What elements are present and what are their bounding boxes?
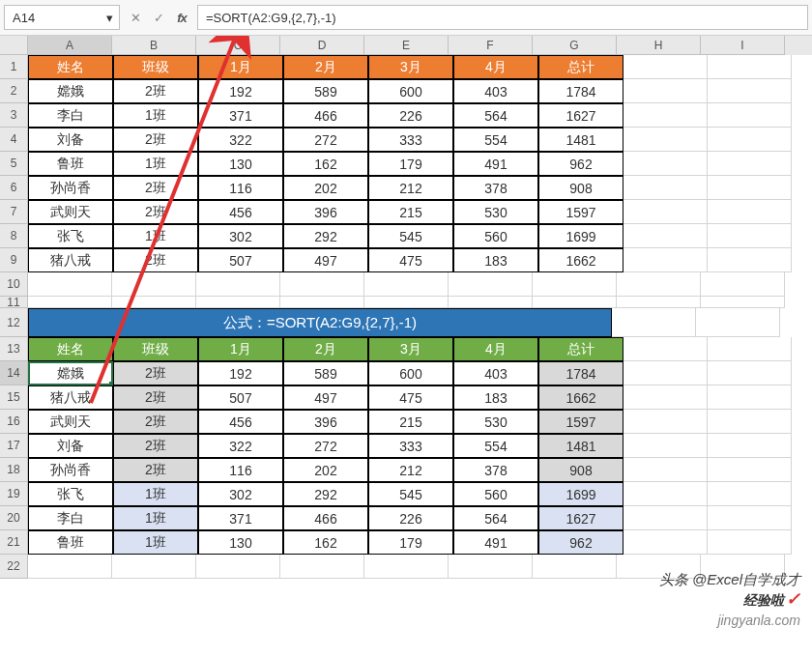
- result-cell[interactable]: 962: [538, 530, 624, 555]
- table-cell[interactable]: 2班: [113, 200, 198, 224]
- table-cell[interactable]: 475: [368, 248, 453, 272]
- table-cell[interactable]: 202: [283, 176, 368, 200]
- empty-cell[interactable]: [612, 308, 696, 337]
- row-header-12[interactable]: 12: [0, 308, 28, 337]
- table-cell[interactable]: 1班: [113, 224, 198, 248]
- result-cell[interactable]: 545: [368, 482, 453, 506]
- table-cell[interactable]: 226: [368, 103, 453, 128]
- empty-cell[interactable]: [708, 176, 792, 200]
- table-header[interactable]: 2月: [283, 55, 368, 79]
- row-header-5[interactable]: 5: [0, 152, 28, 176]
- table-cell[interactable]: 1699: [538, 224, 624, 248]
- empty-cell[interactable]: [624, 506, 708, 530]
- empty-cell[interactable]: [624, 361, 708, 385]
- empty-cell[interactable]: [708, 506, 792, 530]
- empty-cell[interactable]: [533, 297, 617, 308]
- empty-cell[interactable]: [112, 297, 196, 308]
- result-cell[interactable]: 张飞: [28, 482, 113, 506]
- empty-cell[interactable]: [364, 555, 449, 579]
- table-cell[interactable]: 322: [198, 128, 283, 152]
- result-cell[interactable]: 2班: [113, 361, 198, 385]
- result-cell[interactable]: 202: [283, 458, 368, 482]
- empty-cell[interactable]: [624, 248, 708, 272]
- result-cell[interactable]: 333: [368, 434, 453, 458]
- empty-cell[interactable]: [112, 555, 196, 579]
- result-cell[interactable]: 475: [368, 385, 453, 410]
- result-cell[interactable]: 武则天: [28, 410, 113, 434]
- table-cell[interactable]: 1784: [538, 79, 624, 103]
- col-header-H[interactable]: H: [617, 36, 701, 55]
- result-cell[interactable]: 403: [453, 361, 538, 385]
- result-header[interactable]: 2月: [283, 337, 368, 361]
- table-cell[interactable]: 456: [198, 200, 283, 224]
- empty-cell[interactable]: [280, 555, 364, 579]
- result-cell[interactable]: 1627: [538, 506, 624, 530]
- empty-cell[interactable]: [624, 458, 708, 482]
- row-header-13[interactable]: 13: [0, 337, 28, 361]
- result-cell[interactable]: 刘备: [28, 434, 113, 458]
- empty-cell[interactable]: [196, 272, 280, 297]
- empty-cell[interactable]: [708, 79, 792, 103]
- row-header-16[interactable]: 16: [0, 410, 28, 434]
- result-cell[interactable]: 322: [198, 434, 283, 458]
- formula-bar[interactable]: =SORT(A2:G9,{2,7},-1): [197, 5, 808, 30]
- empty-cell[interactable]: [624, 79, 708, 103]
- empty-cell[interactable]: [624, 434, 708, 458]
- table-cell[interactable]: 鲁班: [28, 152, 113, 176]
- result-cell[interactable]: 302: [198, 482, 283, 506]
- table-cell[interactable]: 962: [538, 152, 624, 176]
- empty-cell[interactable]: [708, 458, 792, 482]
- table-cell[interactable]: 130: [198, 152, 283, 176]
- table-cell[interactable]: 2班: [113, 79, 198, 103]
- table-cell[interactable]: 1481: [538, 128, 624, 152]
- row-header-17[interactable]: 17: [0, 434, 28, 458]
- empty-cell[interactable]: [449, 555, 533, 579]
- table-cell[interactable]: 孙尚香: [28, 176, 113, 200]
- result-cell[interactable]: 1784: [538, 361, 624, 385]
- col-header-F[interactable]: F: [449, 36, 533, 55]
- table-cell[interactable]: 564: [453, 103, 538, 128]
- empty-cell[interactable]: [533, 555, 617, 579]
- select-all-corner[interactable]: [0, 36, 28, 55]
- empty-cell[interactable]: [708, 103, 792, 128]
- empty-cell[interactable]: [624, 55, 708, 79]
- result-header[interactable]: 班级: [113, 337, 198, 361]
- result-cell[interactable]: 2班: [113, 385, 198, 410]
- table-cell[interactable]: 212: [368, 176, 453, 200]
- result-cell[interactable]: 2班: [113, 434, 198, 458]
- empty-cell[interactable]: [708, 530, 792, 555]
- result-cell[interactable]: 1481: [538, 434, 624, 458]
- row-header-11[interactable]: 11: [0, 297, 28, 308]
- result-cell[interactable]: 2班: [113, 410, 198, 434]
- result-header[interactable]: 1月: [198, 337, 283, 361]
- col-header-I[interactable]: I: [701, 36, 785, 55]
- result-cell[interactable]: 497: [283, 385, 368, 410]
- result-cell[interactable]: 116: [198, 458, 283, 482]
- table-cell[interactable]: 1班: [113, 103, 198, 128]
- empty-cell[interactable]: [624, 200, 708, 224]
- table-cell[interactable]: 116: [198, 176, 283, 200]
- result-cell[interactable]: 564: [453, 506, 538, 530]
- chevron-down-icon[interactable]: ▾: [103, 12, 115, 23]
- row-header-19[interactable]: 19: [0, 482, 28, 506]
- result-cell[interactable]: 908: [538, 458, 624, 482]
- empty-cell[interactable]: [617, 297, 701, 308]
- table-cell[interactable]: 猪八戒: [28, 248, 113, 272]
- table-cell[interactable]: 378: [453, 176, 538, 200]
- confirm-icon[interactable]: ✓: [149, 8, 168, 27]
- table-cell[interactable]: 嫦娥: [28, 79, 113, 103]
- result-cell[interactable]: 179: [368, 530, 453, 555]
- empty-cell[interactable]: [624, 337, 708, 361]
- table-cell[interactable]: 武则天: [28, 200, 113, 224]
- table-cell[interactable]: 292: [283, 224, 368, 248]
- empty-cell[interactable]: [624, 176, 708, 200]
- result-cell[interactable]: 212: [368, 458, 453, 482]
- table-cell[interactable]: 545: [368, 224, 453, 248]
- empty-cell[interactable]: [701, 297, 785, 308]
- empty-cell[interactable]: [624, 410, 708, 434]
- result-header[interactable]: 4月: [453, 337, 538, 361]
- table-header[interactable]: 4月: [453, 55, 538, 79]
- result-cell[interactable]: 226: [368, 506, 453, 530]
- table-cell[interactable]: 215: [368, 200, 453, 224]
- table-cell[interactable]: 497: [283, 248, 368, 272]
